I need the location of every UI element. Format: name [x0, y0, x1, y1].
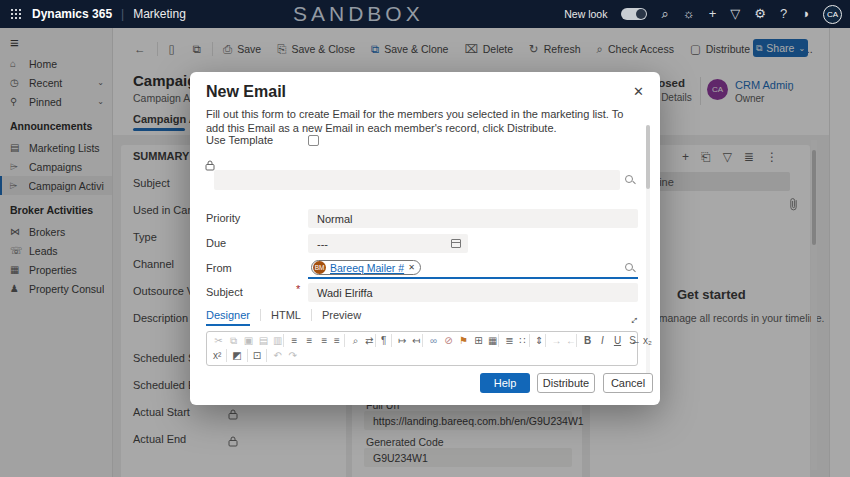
settings-gear-icon[interactable]: ⚙	[754, 0, 766, 28]
copy-icon[interactable]: ⧉	[228, 334, 239, 347]
outdent-icon[interactable]: ←	[566, 334, 577, 347]
insert-media-icon[interactable]: ⊡	[253, 349, 267, 362]
table-icon[interactable]: ⊞	[473, 334, 484, 347]
topbar-right-cluster: New look ⌕☼+▽⚙?◑ CA	[564, 0, 842, 28]
dialog-scrollbar-thumb[interactable]	[646, 125, 650, 189]
distribute-button[interactable]: Distribute	[537, 373, 595, 393]
richtext-toolbar-row2: x²◩⊡↶↷	[207, 347, 637, 362]
search-icon[interactable]	[625, 263, 633, 271]
help-icon[interactable]: ?	[780, 0, 787, 28]
due-label: Due	[206, 237, 226, 249]
undo-icon[interactable]: ↶	[272, 349, 283, 362]
image-icon[interactable]: ▦	[488, 334, 499, 347]
lightbulb-icon[interactable]: ☼	[683, 0, 695, 28]
align-left-icon[interactable]: ≡	[289, 334, 300, 347]
avatar: BM	[313, 261, 326, 274]
subject-label: Subject	[206, 286, 243, 298]
expand-icon[interactable]: ↔	[624, 310, 642, 328]
from-lookup-field[interactable]: BM Bareeq Mailer # ✕	[308, 258, 638, 279]
richtext-toolbar-row1: ✂⧉▣▤▥≡≡≡≡⌕⇄¶↦↤∞⊘⚑⊞▦≣∷⇕→←BIUS̶x₂	[207, 332, 637, 347]
topbar-icons: ⌕☼+▽⚙?◑	[661, 0, 809, 28]
search-icon[interactable]: ⌕	[661, 0, 668, 28]
search-icon[interactable]	[625, 175, 633, 183]
tab-designer[interactable]: Designer	[206, 309, 261, 321]
from-label: From	[206, 262, 232, 274]
bold-icon[interactable]: B	[582, 334, 593, 347]
align-right-icon[interactable]: ≡	[319, 334, 330, 347]
subscript-icon[interactable]: x₂	[642, 334, 653, 347]
due-value: ---	[317, 238, 328, 250]
dialog-title: New Email	[206, 83, 286, 101]
tab-preview[interactable]: Preview	[312, 309, 371, 321]
numbered-list-icon[interactable]: ≣	[504, 334, 515, 347]
from-tag[interactable]: BM Bareeq Mailer # ✕	[311, 260, 421, 275]
underline-icon[interactable]: U	[612, 334, 623, 347]
cancel-button[interactable]: Cancel	[603, 373, 653, 393]
select-replace-icon[interactable]: ⇄	[365, 334, 376, 347]
template-lookup-input[interactable]	[214, 170, 620, 190]
unlink-icon[interactable]: ⊘	[443, 334, 454, 347]
help-button[interactable]: Help	[480, 373, 530, 393]
app-launcher-icon[interactable]	[10, 8, 22, 20]
bullet-list-icon[interactable]: ∷	[519, 334, 530, 347]
show-blocks-icon[interactable]: ¶	[381, 334, 392, 347]
link-icon[interactable]: ∞	[428, 334, 439, 347]
topbar-divider: |	[121, 7, 124, 21]
text-direction-ltr-icon[interactable]: ↦	[397, 334, 408, 347]
top-navigation-bar: Dynamics 365 | Marketing SANDBOX New loo…	[0, 0, 850, 28]
strikethrough-icon[interactable]: S̶	[627, 334, 638, 347]
from-tag-label[interactable]: Bareeq Mailer #	[330, 262, 404, 274]
align-center-icon[interactable]: ≡	[304, 334, 315, 347]
paste-text-icon[interactable]: ▤	[258, 334, 269, 347]
remove-format-icon[interactable]: ◩	[232, 349, 247, 362]
lock-icon	[205, 160, 215, 171]
paste-icon[interactable]: ▣	[243, 334, 254, 347]
use-template-label: Use Template	[206, 134, 273, 146]
due-date-input[interactable]: ---	[308, 234, 468, 253]
anchor-flag-icon[interactable]: ⚑	[458, 334, 469, 347]
priority-select[interactable]: Normal	[308, 209, 638, 228]
paste-word-icon[interactable]: ▥	[273, 334, 284, 347]
close-icon[interactable]: ✕	[633, 84, 644, 99]
new-look-label: New look	[564, 8, 607, 20]
new-look-toggle[interactable]	[621, 8, 647, 20]
text-direction-rtl-icon[interactable]: ↤	[412, 334, 423, 347]
cut-icon[interactable]: ✂	[213, 334, 224, 347]
environment-watermark: SANDBOX	[293, 2, 424, 26]
calendar-icon[interactable]	[451, 239, 461, 248]
redo-icon[interactable]: ↷	[287, 349, 298, 362]
editor-tabs: DesignerHTMLPreview	[206, 309, 371, 321]
copilot-icon[interactable]: ◑	[801, 0, 809, 28]
add-icon[interactable]: +	[709, 0, 717, 28]
justify-icon[interactable]: ≡	[334, 334, 345, 347]
priority-label: Priority	[206, 212, 240, 224]
superscript-icon[interactable]: x²	[213, 349, 227, 362]
module-name[interactable]: Marketing	[133, 7, 186, 21]
app-name[interactable]: Dynamics 365	[32, 7, 112, 21]
subject-input[interactable]: Wadi Elriffa	[308, 283, 638, 302]
dialog-description: Fill out this form to create Email for t…	[206, 107, 638, 135]
italic-icon[interactable]: I	[597, 334, 608, 347]
remove-tag-icon[interactable]: ✕	[408, 263, 415, 272]
indent-icon[interactable]: →	[551, 334, 562, 347]
new-email-dialog: New Email ✕ Fill out this form to create…	[190, 72, 660, 405]
filter-icon[interactable]: ▽	[730, 0, 740, 28]
richtext-toolbar: ✂⧉▣▤▥≡≡≡≡⌕⇄¶↦↤∞⊘⚑⊞▦≣∷⇕→←BIUS̶x₂ x²◩⊡↶↷	[206, 331, 638, 366]
use-template-checkbox[interactable]	[308, 135, 319, 146]
required-marker: *	[296, 283, 300, 295]
find-icon[interactable]: ⌕	[350, 334, 361, 347]
line-spacing-icon[interactable]: ⇕	[535, 334, 546, 347]
screen: ≡ ⌂ Home ◷ Recent ⌄ ⚲ Pinned ⌄ Announcem…	[0, 0, 850, 477]
toggle-knob	[636, 9, 646, 19]
user-avatar[interactable]: CA	[823, 5, 842, 24]
tab-html[interactable]: HTML	[261, 309, 312, 321]
